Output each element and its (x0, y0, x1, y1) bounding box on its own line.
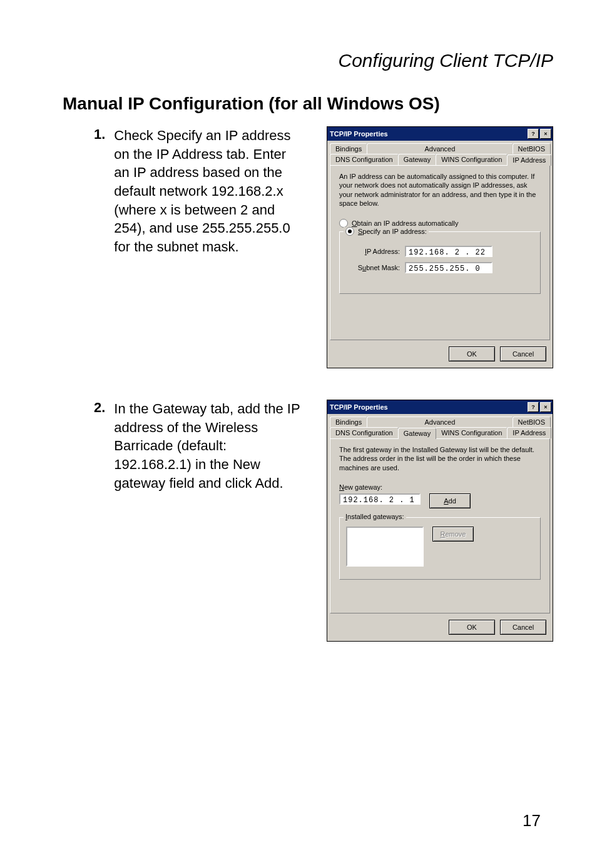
step-number: 1. (94, 126, 114, 256)
tab-dns[interactable]: DNS Configuration (330, 427, 399, 438)
radio-specify-label: Specify an IP address: (358, 228, 427, 235)
mask-input[interactable]: 255.255.255. 0 (405, 262, 492, 273)
tcpip-dialog-ipaddress: TCP/IP Properties ? × Bindings Advanced … (327, 126, 553, 368)
radio-auto-label: Obtain an IP address automatically (352, 220, 458, 227)
tab-netbios[interactable]: NetBIOS (513, 416, 551, 427)
ok-button[interactable]: OK (449, 620, 495, 635)
tab-gateway[interactable]: Gateway (398, 154, 436, 165)
tab-bindings[interactable]: Bindings (330, 143, 367, 154)
dialog-title: TCP/IP Properties (330, 403, 388, 411)
installed-gateways-label: Installed gateways: (344, 513, 406, 520)
page-header: Configuring Client TCP/IP (63, 50, 553, 71)
panel-description: The first gateway in the Installed Gatew… (339, 445, 541, 472)
new-gateway-label: New gateway: (339, 483, 541, 491)
remove-button[interactable]: Remove (432, 527, 474, 542)
new-gateway-input[interactable]: 192.168. 2 . 1 (339, 493, 421, 505)
step-text: Check Specify an IP address on the IP Ad… (114, 126, 300, 256)
add-button[interactable]: Add (429, 493, 471, 508)
panel-description: An IP address can be automatically assig… (339, 172, 541, 208)
tab-gateway[interactable]: Gateway (398, 428, 436, 439)
tab-ipaddress[interactable]: IP Address (507, 427, 551, 438)
section-title: Manual IP Configuration (for all Windows… (63, 94, 553, 114)
help-icon[interactable]: ? (528, 129, 539, 139)
cancel-button[interactable]: Cancel (500, 620, 546, 635)
help-icon[interactable]: ? (528, 402, 539, 412)
tab-dns[interactable]: DNS Configuration (330, 154, 399, 165)
step-number: 2. (94, 400, 114, 492)
tab-bindings[interactable]: Bindings (330, 416, 367, 427)
tab-wins[interactable]: WINS Configuration (436, 427, 508, 438)
mask-label: Subnet Mask: (346, 264, 405, 271)
cancel-button[interactable]: Cancel (500, 346, 546, 361)
tcpip-dialog-gateway: TCP/IP Properties ? × Bindings Advanced … (327, 400, 553, 642)
ip-label: IP Address: (346, 248, 405, 255)
radio-auto[interactable] (339, 219, 348, 228)
close-icon[interactable]: × (540, 402, 551, 412)
page-number: 17 (523, 811, 541, 830)
tab-ipaddress[interactable]: IP Address (507, 154, 551, 166)
step-text: In the Gateway tab, add the IP address o… (114, 400, 300, 492)
tab-netbios[interactable]: NetBIOS (513, 143, 551, 154)
radio-specify[interactable] (345, 227, 354, 236)
tab-wins[interactable]: WINS Configuration (436, 154, 508, 165)
close-icon[interactable]: × (540, 129, 551, 139)
tab-advanced[interactable]: Advanced (367, 416, 513, 427)
tab-advanced[interactable]: Advanced (367, 143, 513, 154)
ip-input[interactable]: 192.168. 2 . 22 (405, 246, 492, 257)
ok-button[interactable]: OK (449, 346, 495, 361)
installed-gateways-list[interactable] (346, 527, 424, 567)
dialog-title: TCP/IP Properties (330, 130, 388, 138)
